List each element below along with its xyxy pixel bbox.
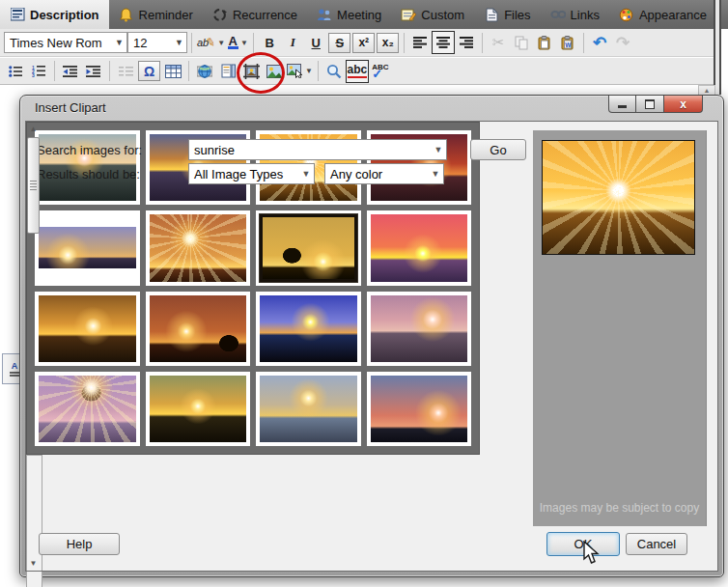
superscript-button[interactable]: x² xyxy=(352,33,375,53)
italic-button-glyph: I xyxy=(291,35,295,50)
preview-image xyxy=(542,140,695,255)
chevron-down-icon: ▼ xyxy=(305,67,313,75)
results-scrollbar[interactable]: ▲ ▼ xyxy=(26,455,42,587)
subscript-button[interactable]: x₂ xyxy=(377,33,399,53)
preview-panel: Images may be subject to copy xyxy=(533,130,707,526)
go-button[interactable]: Go xyxy=(470,139,526,160)
dialog-title: Insert Clipart xyxy=(35,100,106,115)
clipart-thumbnail-blue-sky-beach[interactable] xyxy=(256,292,361,366)
tab-links[interactable]: Links xyxy=(541,0,609,29)
highlight-color-button[interactable]: ab✎▼ xyxy=(196,31,226,54)
scrollbar-grip xyxy=(30,181,37,190)
clipart-thumbnail-tree-silhouette[interactable] xyxy=(256,210,361,285)
people-icon xyxy=(317,7,332,22)
tab-custom[interactable]: Custom xyxy=(391,0,474,29)
underline-button[interactable]: U xyxy=(304,31,327,54)
toolbar-separator xyxy=(583,33,584,53)
increase-indent-button[interactable] xyxy=(82,60,105,83)
align-left-button[interactable] xyxy=(408,31,432,54)
special-character-button[interactable]: Ω xyxy=(138,61,160,81)
caption-buttons: x xyxy=(608,96,703,113)
tab-recurrence[interactable]: Recurrence xyxy=(203,0,307,29)
find-button[interactable] xyxy=(322,60,346,83)
chevron-down-icon[interactable]: ▼ xyxy=(428,169,443,179)
color-filter-select[interactable]: Any color ▼ xyxy=(324,163,444,184)
bold-button[interactable]: B xyxy=(258,31,281,54)
chevron-down-icon[interactable]: ▼ xyxy=(431,145,446,154)
bullet-list-button[interactable] xyxy=(4,60,27,83)
clipart-thumbnail-misty-ray-tree[interactable] xyxy=(35,372,140,446)
select-image-button[interactable]: ▼ xyxy=(286,60,314,83)
minimize-button[interactable] xyxy=(608,96,636,113)
line-spacing-button[interactable] xyxy=(114,60,137,83)
tab-meeting[interactable]: Meeting xyxy=(307,0,391,29)
thumbnail-image xyxy=(150,214,247,281)
font-name-combo[interactable]: Times New Rom▼ xyxy=(4,32,127,53)
copy-button[interactable] xyxy=(510,31,533,54)
align-right-button[interactable] xyxy=(455,31,478,54)
italic-button[interactable]: I xyxy=(281,31,304,54)
scroll-down-icon[interactable]: ▼ xyxy=(26,556,41,571)
thumbnail-image xyxy=(371,376,468,442)
combo-value: 12 xyxy=(128,36,172,50)
chevron-down-icon[interactable]: ▼ xyxy=(298,169,314,179)
restore-button[interactable] xyxy=(636,96,664,113)
bold-button-glyph: B xyxy=(266,36,274,50)
scrollbar-thumb[interactable] xyxy=(27,137,40,234)
clipart-thumbnail-orange-cloud-coast[interactable] xyxy=(146,292,251,366)
clipart-thumbnail-layered-gold-sunset[interactable] xyxy=(146,372,251,446)
insert-document-button[interactable] xyxy=(216,60,239,83)
paste-button[interactable] xyxy=(533,31,556,54)
insert-hyperlink-button[interactable] xyxy=(193,60,216,83)
image-type-value: All Image Types xyxy=(189,167,298,182)
clipart-thumbnail-beach-birds-dusk[interactable] xyxy=(256,372,361,446)
clipart-thumbnail-cloud-sunburst[interactable] xyxy=(146,210,251,285)
tab-label: Recurrence xyxy=(233,8,297,22)
toolbar-separator xyxy=(54,61,55,81)
redo-button[interactable]: ↷ xyxy=(611,31,634,54)
cancel-button[interactable]: Cancel xyxy=(626,533,687,555)
tab-label: Files xyxy=(504,8,530,22)
insert-table-button[interactable] xyxy=(161,60,184,83)
spellcheck-as-type-button[interactable]: abc xyxy=(346,60,369,83)
align-center-button[interactable] xyxy=(432,31,455,54)
help-button[interactable]: Help xyxy=(39,533,120,555)
toolbar-separator xyxy=(253,33,254,53)
thumbnail-image xyxy=(39,227,136,268)
clipart-thumbnail-red-cloud-coastline[interactable] xyxy=(367,372,472,446)
tab-appearance[interactable]: Appearance xyxy=(609,0,716,29)
pen-icon: ✎ xyxy=(205,35,216,50)
tab-reminder[interactable]: Reminder xyxy=(109,0,203,29)
ok-button[interactable]: OK xyxy=(546,532,620,556)
insert-clipart-button[interactable] xyxy=(239,60,263,83)
tab-files[interactable]: Files xyxy=(474,0,540,29)
scroll-up-icon[interactable]: ▲ xyxy=(26,122,41,136)
clipart-thumbnail-pink-mottled-water[interactable] xyxy=(367,292,472,366)
chevron-down-icon[interactable]: ▼ xyxy=(172,38,186,47)
cut-button[interactable]: ✂ xyxy=(487,31,510,54)
strikethrough-button[interactable]: S xyxy=(328,33,350,53)
tab-label: Reminder xyxy=(139,8,193,22)
decrease-indent-button[interactable] xyxy=(59,60,82,83)
special-character-button-glyph: Ω xyxy=(144,64,154,79)
insert-picture-button[interactable] xyxy=(263,60,286,83)
font-color-icon: A xyxy=(228,36,238,49)
cut-button-glyph: ✂ xyxy=(492,34,505,51)
combo-value: Times New Rom xyxy=(5,36,112,50)
undo-button[interactable]: ↶ xyxy=(588,31,611,54)
thumbnail-image xyxy=(150,376,247,442)
clipart-thumbnail-pink-mountain-sunset[interactable] xyxy=(367,210,472,285)
image-type-select[interactable]: All Image Types ▼ xyxy=(188,163,315,184)
clipart-thumbnail-gold-water-sunrise[interactable] xyxy=(35,292,140,366)
thumbnail-image xyxy=(39,376,136,442)
clipart-thumbnail-panorama-dusk[interactable] xyxy=(35,210,140,285)
paste-from-word-button[interactable]: W xyxy=(556,31,579,54)
search-input[interactable]: sunrise ▼ xyxy=(188,139,447,160)
tab-description[interactable]: Description xyxy=(0,0,109,29)
font-size-combo[interactable]: 12▼ xyxy=(127,32,187,53)
font-color-button[interactable]: A▼ xyxy=(226,31,249,54)
spellcheck-button[interactable]: ABC✓ xyxy=(369,60,392,83)
numbered-list-button[interactable]: 123 xyxy=(27,60,50,83)
close-button[interactable]: x xyxy=(664,96,703,113)
chevron-down-icon[interactable]: ▼ xyxy=(112,38,126,47)
